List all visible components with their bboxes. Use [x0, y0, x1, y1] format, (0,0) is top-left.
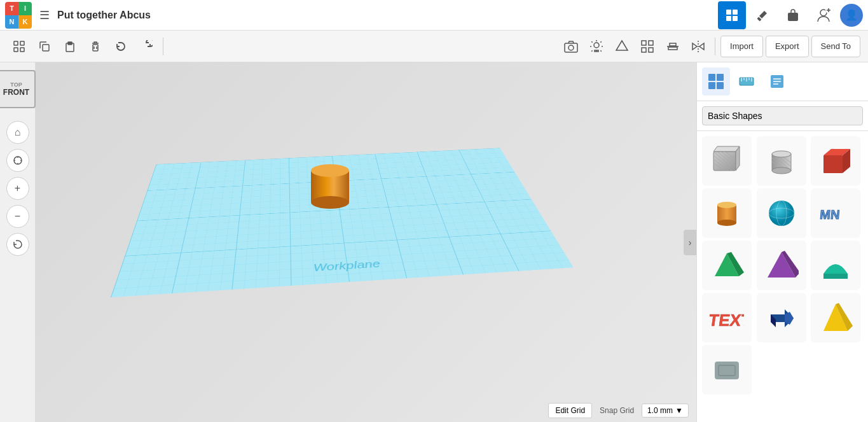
import-button[interactable]: Import: [720, 36, 763, 57]
svg-rect-3: [733, 16, 738, 21]
align-button[interactable]: [661, 35, 684, 58]
shape-pyramid-green[interactable]: [702, 241, 752, 290]
shape-cylinder-hole[interactable]: [757, 136, 806, 186]
svg-rect-27: [649, 48, 653, 52]
zoom-out-button[interactable]: −: [6, 205, 29, 228]
shape-text-3d[interactable]: MN MN: [811, 188, 860, 238]
svg-rect-16: [68, 42, 72, 45]
main-area: TOP FRONT ⌂ + −: [0, 62, 868, 422]
light-button[interactable]: [585, 35, 608, 58]
workplane-label: Workplane: [313, 258, 381, 274]
logo-i: I: [18, 2, 32, 15]
bottom-bar: Edit Grid Snap Grid 1.0 mm ▼: [541, 399, 696, 422]
list-menu-icon[interactable]: ☰: [39, 8, 50, 22]
new-frame-button[interactable]: [8, 35, 31, 58]
canvas-area[interactable]: Workplane: [36, 62, 696, 422]
cube-top-label: TOP: [10, 81, 22, 88]
svg-rect-2: [726, 16, 731, 21]
svg-point-77: [717, 202, 736, 208]
svg-marker-33: [699, 43, 704, 50]
left-panel: TOP FRONT ⌂ + −: [0, 62, 36, 422]
shape-cylinder[interactable]: [702, 188, 752, 238]
add-user-button[interactable]: [809, 1, 837, 29]
tab-notes[interactable]: [763, 67, 791, 95]
svg-rect-0: [726, 10, 731, 15]
shape-extra-1[interactable]: [702, 345, 752, 395]
svg-rect-20: [565, 43, 577, 52]
shapes-grid: MN MN: [697, 131, 868, 400]
svg-point-73: [772, 151, 791, 157]
delete-button[interactable]: [84, 35, 107, 58]
paste-button[interactable]: [59, 35, 81, 58]
logo: T I N K: [5, 2, 32, 29]
bag-view-button[interactable]: [779, 1, 807, 29]
snap-grid-label: Snap Grid: [600, 406, 634, 415]
svg-text:TEXT: TEXT: [710, 311, 744, 330]
cube-front-label: FRONT: [3, 88, 29, 97]
svg-rect-87: [823, 274, 848, 279]
tab-ruler[interactable]: [733, 67, 761, 95]
undo-button[interactable]: [109, 35, 132, 58]
svg-rect-5: [788, 13, 798, 21]
zoom-in-button[interactable]: +: [6, 177, 29, 200]
svg-point-72: [772, 167, 791, 174]
header: T I N K ☰ Put together Abcus 👤: [0, 0, 868, 31]
fit-view-button[interactable]: [6, 149, 29, 172]
avatar[interactable]: 👤: [840, 4, 863, 27]
cylinder-object[interactable]: [309, 158, 351, 202]
edit-grid-button[interactable]: Edit Grid: [548, 403, 592, 418]
logo-k: K: [18, 15, 32, 29]
shape-box-hole[interactable]: [702, 136, 752, 186]
svg-point-76: [717, 220, 736, 226]
shape-pyramid-yellow[interactable]: [811, 293, 860, 342]
grid-view-button[interactable]: [718, 1, 746, 29]
rotate-button[interactable]: [6, 233, 29, 256]
svg-rect-30: [668, 47, 677, 50]
shape-pyramid-purple[interactable]: [757, 241, 806, 290]
send-to-button[interactable]: Send To: [811, 36, 860, 57]
tab-grid[interactable]: [702, 67, 730, 95]
view-cube[interactable]: TOP FRONT: [0, 70, 38, 111]
svg-rect-24: [642, 41, 646, 45]
header-right: 👤: [718, 1, 863, 29]
shape-text-red[interactable]: TEXT TEXT: [702, 293, 752, 342]
redo-button[interactable]: [135, 35, 158, 58]
project-title[interactable]: Put together Abcus: [57, 10, 713, 21]
hammer-view-button[interactable]: [748, 1, 776, 29]
right-panel: Basic Shapes: [696, 62, 868, 422]
toolbar-sep-2: [715, 38, 715, 55]
svg-rect-29: [670, 43, 676, 46]
shape-sphere[interactable]: [757, 188, 806, 238]
copy-button[interactable]: [33, 35, 56, 58]
svg-point-22: [594, 43, 599, 48]
svg-rect-13: [20, 48, 24, 52]
svg-rect-47: [717, 82, 724, 89]
panel-collapse-button[interactable]: ›: [684, 230, 696, 255]
logo-n: N: [5, 15, 18, 29]
mirror-button[interactable]: [687, 35, 710, 58]
shape-box-red[interactable]: [811, 136, 860, 186]
svg-rect-46: [708, 82, 715, 89]
svg-rect-12: [14, 48, 18, 52]
snap-button[interactable]: [636, 35, 659, 58]
snap-grid-value[interactable]: 1.0 mm ▼: [642, 404, 689, 418]
svg-rect-14: [43, 45, 49, 51]
shape-tool-button[interactable]: [610, 35, 633, 58]
shape-roof[interactable]: [811, 241, 860, 290]
logo-t: T: [5, 2, 18, 15]
camera-view-button[interactable]: [560, 35, 582, 58]
workplane-container: Workplane: [118, 101, 563, 342]
svg-point-21: [568, 45, 574, 50]
svg-rect-17: [93, 45, 98, 51]
export-button[interactable]: Export: [766, 36, 809, 57]
svg-rect-10: [14, 41, 18, 45]
shape-arrow[interactable]: [757, 293, 806, 342]
shapes-dropdown[interactable]: Basic Shapes: [702, 106, 863, 125]
toolbar-separator: [163, 38, 163, 55]
svg-rect-26: [642, 48, 646, 52]
svg-rect-25: [649, 41, 653, 45]
svg-point-42: [311, 196, 349, 209]
toolbar: Import Export Send To: [0, 31, 868, 62]
svg-rect-45: [717, 74, 724, 81]
home-view-button[interactable]: ⌂: [6, 121, 29, 144]
